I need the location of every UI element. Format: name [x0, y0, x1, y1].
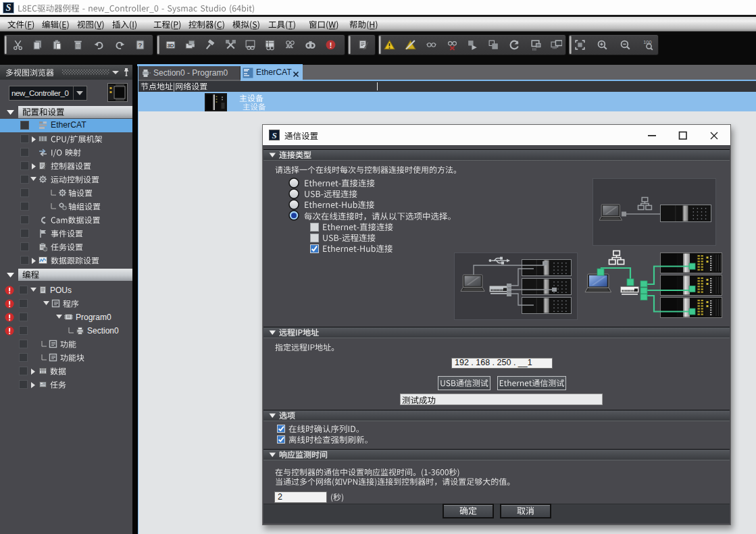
svg-text:?: ? [138, 41, 142, 49]
svg-text:3D: 3D [167, 43, 174, 49]
svg-text:S: S [6, 3, 11, 13]
svg-text:!: ! [329, 41, 332, 49]
svg-text:S: S [272, 130, 276, 140]
